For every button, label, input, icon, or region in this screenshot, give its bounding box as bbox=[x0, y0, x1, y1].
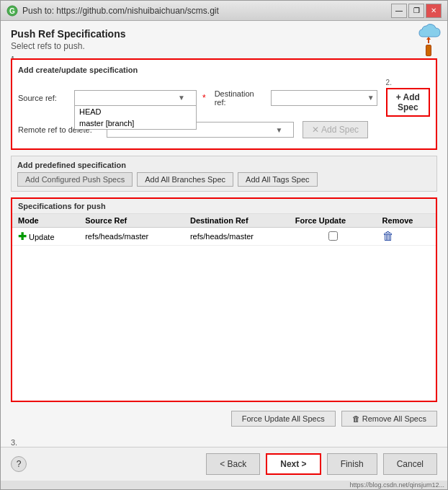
dropdown-item-head[interactable]: HEAD bbox=[75, 106, 196, 117]
main-window: G Push to: https://github.com/nishuibaic… bbox=[0, 0, 448, 490]
source-dropdown-area: ▼ HEAD master [branch] bbox=[74, 90, 197, 106]
footer-right: < Back Next > Finish Cancel bbox=[206, 453, 437, 475]
source-ref-input-box[interactable]: ▼ bbox=[74, 90, 197, 106]
predefined-label: Add predefined specification bbox=[17, 161, 431, 169]
title-bar-left: G Push to: https://github.com/nishuibaic… bbox=[6, 5, 219, 17]
dest-ref-label: Destination ref: bbox=[215, 89, 265, 107]
table-row: ✚ Update refs/heads/master refs/heads/ma… bbox=[12, 228, 436, 246]
add-spec-button[interactable]: + Add Spec bbox=[386, 88, 430, 117]
back-button[interactable]: < Back bbox=[206, 453, 260, 475]
title-bar: G Push to: https://github.com/nishuibaic… bbox=[1, 1, 447, 21]
add-all-branches-spec-button[interactable]: Add All Branches Spec bbox=[137, 172, 233, 187]
source-ref-input[interactable] bbox=[75, 91, 176, 105]
add-spec-section: Add create/update specification Source r… bbox=[11, 58, 437, 150]
col-mode: Mode bbox=[12, 214, 79, 228]
cancel-button[interactable]: Cancel bbox=[383, 453, 437, 475]
source-ref-row: Source ref: ▼ HEAD master [branch] * bbox=[18, 79, 430, 117]
url-bar: https://blog.csdn.net/qinsjum12... bbox=[1, 481, 447, 489]
restore-button[interactable]: ❐ bbox=[408, 4, 424, 18]
force-update-all-specs-button[interactable]: Force Update All Specs bbox=[231, 411, 336, 427]
dest-ref-input-box[interactable]: ▼ bbox=[271, 90, 377, 106]
remove-all-specs-button[interactable]: 🗑 Remove All Specs bbox=[341, 411, 437, 427]
step3-area: 3. bbox=[1, 437, 447, 447]
source-dropdown-list: HEAD master [branch] bbox=[74, 106, 197, 130]
window-title: Push to: https://github.com/nishuibaichu… bbox=[22, 6, 219, 16]
header-area: Push Ref Specifications Select refs to p… bbox=[11, 28, 437, 51]
col-force-update: Force Update bbox=[290, 214, 377, 228]
row-remove: 🗑 bbox=[377, 228, 436, 246]
update-plus-icon: ✚ bbox=[18, 231, 27, 242]
bottom-actions: Force Update All Specs 🗑 Remove All Spec… bbox=[11, 408, 437, 429]
predefined-buttons: Add Configured Push Specs Add All Branch… bbox=[17, 172, 431, 187]
footer: ? < Back Next > Finish Cancel bbox=[1, 447, 447, 481]
row-mode: ✚ Update bbox=[12, 228, 79, 246]
row-dest-ref: refs/heads/master bbox=[184, 228, 290, 246]
content-area: Push Ref Specifications Select refs to p… bbox=[1, 21, 447, 437]
dest-dropdown-arrow[interactable]: ▼ bbox=[365, 94, 377, 102]
row-force-update bbox=[290, 228, 377, 246]
next-button[interactable]: Next > bbox=[266, 453, 321, 475]
title-controls: — ❐ ✕ bbox=[391, 4, 442, 18]
page-title: Push Ref Specifications bbox=[11, 28, 437, 40]
step1-label: Add create/update specification bbox=[18, 66, 430, 74]
footer-left: ? bbox=[11, 456, 27, 472]
add-all-tags-spec-button[interactable]: Add All Tags Spec bbox=[238, 172, 317, 187]
col-dest-ref: Destination Ref bbox=[184, 214, 290, 228]
specs-table-section: Specifications for push Mode Source Ref … bbox=[11, 197, 437, 402]
add-configured-push-specs-button[interactable]: Add Configured Push Specs bbox=[17, 172, 133, 187]
finish-button[interactable]: Finish bbox=[327, 453, 377, 475]
step2-number: 2. bbox=[386, 79, 392, 86]
step3-number: 3. bbox=[11, 438, 17, 447]
help-button[interactable]: ? bbox=[11, 456, 27, 472]
dest-ref-input[interactable] bbox=[272, 91, 365, 105]
page-subtitle: Select refs to push. bbox=[11, 41, 437, 51]
col-remove: Remove bbox=[377, 214, 436, 228]
predefined-section: Add predefined specification Add Configu… bbox=[11, 156, 437, 192]
row-source-ref: refs/heads/master bbox=[79, 228, 184, 246]
remote-dropdown-arrow[interactable]: ▼ bbox=[273, 126, 285, 134]
force-update-checkbox[interactable] bbox=[328, 231, 338, 241]
table-header-row: Mode Source Ref Destination Ref Force Up… bbox=[12, 214, 436, 228]
add-spec-area: 2. + Add Spec bbox=[386, 79, 430, 117]
git-icon: G bbox=[6, 5, 18, 17]
specs-data-table: Mode Source Ref Destination Ref Force Up… bbox=[12, 214, 436, 246]
source-ref-label: Source ref: bbox=[18, 94, 68, 102]
source-required-star: * bbox=[202, 93, 206, 103]
svg-text:G: G bbox=[9, 7, 15, 15]
delete-row-icon[interactable]: 🗑 bbox=[382, 230, 394, 242]
col-source-ref: Source Ref bbox=[79, 214, 184, 228]
minimize-button[interactable]: — bbox=[391, 4, 407, 18]
step1-wrapper: 1. Add create/update specification Sourc… bbox=[11, 57, 437, 150]
source-dropdown-arrow[interactable]: ▼ bbox=[176, 94, 187, 102]
specs-table-label: Specifications for push bbox=[12, 199, 436, 214]
close-button[interactable]: ✕ bbox=[426, 4, 442, 18]
specs-table: Mode Source Ref Destination Ref Force Up… bbox=[12, 214, 436, 401]
add-spec-disabled-button: ✕ Add Spec bbox=[303, 121, 368, 138]
dropdown-item-master[interactable]: master [branch] bbox=[75, 117, 196, 129]
